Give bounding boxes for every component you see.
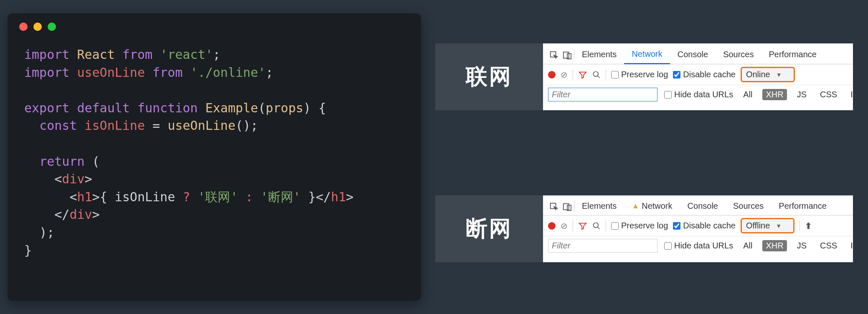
filter-type-xhr[interactable]: XHR bbox=[762, 89, 787, 100]
devtools-filter-bar: Hide data URLs All XHR JS CSS Img Me bbox=[543, 236, 853, 256]
disable-cache-input[interactable] bbox=[673, 71, 680, 78]
tab-network[interactable]: ▲ Network bbox=[624, 198, 680, 215]
disable-cache-checkbox[interactable]: Disable cache bbox=[673, 70, 736, 79]
hide-data-urls-checkbox[interactable]: Hide data URLs bbox=[664, 90, 733, 99]
filter-icon[interactable] bbox=[578, 70, 587, 79]
identifier-react: React bbox=[77, 47, 114, 62]
upload-har-icon[interactable]: ⬆ bbox=[805, 221, 812, 231]
string-online-cn: '联网' bbox=[198, 190, 238, 204]
search-icon[interactable] bbox=[592, 222, 601, 230]
disable-cache-checkbox[interactable]: Disable cache bbox=[673, 221, 736, 230]
filter-type-css[interactable]: CSS bbox=[817, 89, 840, 100]
fn-name-example: Example bbox=[206, 101, 258, 115]
device-toolbar-icon[interactable] bbox=[561, 48, 574, 62]
divider bbox=[606, 220, 606, 231]
punct-call: (); bbox=[236, 118, 258, 133]
hide-data-urls-label: Hide data URLs bbox=[674, 241, 733, 251]
punct-lt: < bbox=[54, 172, 62, 186]
window-traffic-lights bbox=[8, 13, 421, 34]
tab-elements[interactable]: Elements bbox=[574, 198, 624, 215]
disable-cache-label: Disable cache bbox=[683, 70, 736, 79]
tab-console[interactable]: Console bbox=[670, 46, 716, 63]
preserve-log-checkbox[interactable]: Preserve log bbox=[611, 221, 668, 230]
punct-ltslash: </ bbox=[54, 207, 69, 222]
filter-type-img[interactable]: Img bbox=[847, 240, 853, 251]
identifier-isonline: isOnLine bbox=[85, 118, 145, 133]
preserve-log-label: Preserve log bbox=[621, 70, 668, 79]
hide-data-urls-input[interactable] bbox=[664, 242, 672, 250]
string-online: './online' bbox=[190, 65, 266, 80]
filter-type-all[interactable]: All bbox=[740, 240, 756, 251]
throttling-select[interactable]: Offline ▼ bbox=[741, 218, 794, 233]
disable-cache-label: Disable cache bbox=[683, 221, 736, 230]
punct-lt: < bbox=[69, 190, 77, 204]
keyword-import: import bbox=[24, 65, 69, 80]
warning-icon: ▲ bbox=[632, 202, 639, 210]
op-ternary-q: ? bbox=[175, 190, 198, 204]
filter-icon[interactable] bbox=[578, 221, 587, 230]
jsx-tag-div: div bbox=[62, 172, 84, 186]
minimize-window-icon[interactable] bbox=[33, 23, 42, 31]
punct-rparen-semi: ); bbox=[39, 225, 54, 240]
record-icon[interactable] bbox=[548, 71, 556, 78]
inspect-element-icon[interactable] bbox=[547, 48, 561, 62]
clear-icon[interactable]: ⊘ bbox=[561, 221, 568, 231]
punct-gt: > bbox=[92, 190, 100, 204]
preserve-log-checkbox[interactable]: Preserve log bbox=[611, 70, 668, 79]
online-label: 联网 bbox=[435, 43, 543, 110]
tab-performance[interactable]: Performance bbox=[761, 46, 825, 63]
device-toolbar-icon[interactable] bbox=[561, 200, 574, 213]
chevron-down-icon: ▼ bbox=[776, 71, 782, 78]
filter-input[interactable] bbox=[548, 239, 657, 253]
jsx-tag-h1: h1 bbox=[77, 190, 92, 204]
tab-sources[interactable]: Sources bbox=[716, 46, 761, 63]
close-window-icon[interactable] bbox=[19, 23, 28, 31]
filter-type-js[interactable]: JS bbox=[794, 89, 810, 100]
punct-semi: ; bbox=[213, 47, 221, 62]
devtools-network-toolbar: ⊘ Preserve log Disable cache Offline ▼ ⬆ bbox=[543, 215, 853, 236]
filter-type-all[interactable]: All bbox=[740, 89, 756, 100]
preserve-log-label: Preserve log bbox=[621, 221, 668, 230]
preserve-log-input[interactable] bbox=[611, 222, 619, 230]
search-icon[interactable] bbox=[592, 71, 601, 79]
throttling-value: Offline bbox=[746, 221, 770, 230]
svg-point-3 bbox=[594, 71, 599, 76]
tab-console[interactable]: Console bbox=[680, 198, 726, 215]
code-block: import React from 'react'; import useOnL… bbox=[8, 34, 421, 276]
punct-rbrace: } bbox=[301, 190, 316, 204]
throttling-select[interactable]: Online ▼ bbox=[741, 67, 795, 82]
inspect-element-icon[interactable] bbox=[547, 200, 561, 213]
filter-input[interactable] bbox=[548, 88, 657, 101]
punct-lparen: ( bbox=[85, 154, 100, 169]
svg-rect-6 bbox=[563, 203, 569, 210]
zoom-window-icon[interactable] bbox=[48, 23, 56, 31]
tab-sources[interactable]: Sources bbox=[726, 198, 771, 215]
preserve-log-input[interactable] bbox=[611, 71, 619, 78]
tab-elements[interactable]: Elements bbox=[574, 46, 624, 63]
punct-gt: > bbox=[92, 207, 100, 222]
keyword-from: from bbox=[122, 47, 152, 62]
tab-network[interactable]: Network bbox=[624, 46, 670, 64]
op-ternary-colon: : bbox=[238, 190, 261, 204]
identifier-useonline: useOnLine bbox=[77, 65, 145, 80]
punct-eq: = bbox=[145, 118, 168, 133]
tab-performance[interactable]: Performance bbox=[771, 198, 834, 215]
filter-type-js[interactable]: JS bbox=[794, 240, 810, 251]
offline-panel: 断网 Elements ▲ Network Console Sources Pe… bbox=[435, 195, 853, 262]
jsx-tag-div-close: div bbox=[69, 207, 92, 222]
devtools-filter-bar: Hide data URLs All XHR JS CSS Img M bbox=[543, 85, 853, 105]
clear-icon[interactable]: ⊘ bbox=[561, 70, 568, 80]
filter-type-xhr[interactable]: XHR bbox=[762, 240, 787, 251]
filter-type-css[interactable]: CSS bbox=[817, 240, 840, 251]
call-useonline: useOnLine bbox=[168, 118, 236, 133]
svg-rect-1 bbox=[563, 52, 569, 58]
disable-cache-input[interactable] bbox=[673, 222, 680, 230]
chevron-down-icon: ▼ bbox=[776, 223, 782, 229]
hide-data-urls-input[interactable] bbox=[664, 91, 672, 99]
record-icon[interactable] bbox=[548, 222, 556, 230]
hide-data-urls-checkbox[interactable]: Hide data URLs bbox=[664, 241, 733, 251]
filter-type-img[interactable]: Img bbox=[847, 89, 853, 100]
code-editor-window: import React from 'react'; import useOnL… bbox=[8, 13, 421, 301]
punct-rbrace: } bbox=[24, 243, 32, 258]
string-offline-cn: '断网' bbox=[261, 190, 301, 204]
